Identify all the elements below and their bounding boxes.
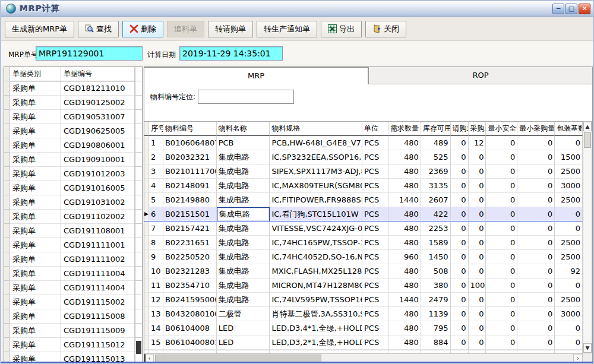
table-cell: VITESSE,VSC7424XJG-02,: [270, 221, 362, 236]
new-mrp-button[interactable]: 生成新的MRP单: [5, 21, 74, 37]
doc-type-cell: 采购单: [10, 252, 61, 267]
doc-number-column-header[interactable]: 单据编号: [61, 67, 135, 81]
list-item[interactable]: 采购单CGD190806001: [4, 138, 142, 153]
maximize-button[interactable]: ▢: [565, 4, 577, 14]
list-item[interactable]: 采购单CGD191115002: [4, 295, 142, 309]
vertical-scroll-thumb[interactable]: [584, 132, 591, 148]
table-cell: 0: [555, 278, 583, 293]
doc-type-cell: 采购单: [10, 295, 61, 309]
table-row[interactable]: 8B02231651集成电路IC,74HC165PW,TSSOP-16PCS48…: [144, 236, 583, 250]
row-indicator-cell: [144, 193, 149, 207]
tab-mrp[interactable]: MRP: [144, 67, 368, 84]
window-title: MRP计算: [20, 4, 60, 14]
column-header-11[interactable]: 最小采购量: [517, 122, 555, 136]
column-header-8[interactable]: 请购未采购量: [451, 122, 469, 136]
calc-date-field[interactable]: [179, 46, 283, 61]
vertical-scrollbar[interactable]: ▲ ▼: [583, 121, 592, 353]
document-list-scroll-thumb[interactable]: [136, 341, 141, 354]
list-item[interactable]: 采购单CGD190625005: [4, 124, 142, 138]
list-item[interactable]: 采购单CGD191111004: [4, 267, 142, 281]
table-row[interactable]: 15B0610400801LEDLED,D3,2*1,全绿,+HOLD,DPCS…: [144, 335, 583, 350]
list-item[interactable]: 采购单CGD191102002: [4, 210, 142, 224]
table-row[interactable]: 13B0432080100二极管肖特基二极管,3A,SS310,SMPCS480…: [144, 307, 583, 321]
table-row[interactable]: 12B0241595000集成电路IC,74LV595PW,TSSOP16/7P…: [144, 293, 583, 307]
row-indicator-cell: [4, 281, 10, 295]
table-cell: 2369: [421, 164, 451, 179]
table-row[interactable]: 7B02157421集成电路VITESSE,VSC7424XJG-02,PCS4…: [144, 221, 583, 236]
to-purchase-request-button[interactable]: 转请购单: [208, 21, 253, 37]
list-item[interactable]: 采购单CGD191031002: [4, 195, 142, 210]
column-header-9[interactable]: 采购未入库量: [469, 122, 486, 136]
table-row[interactable]: 1B0106064807PCBPCB,HW-648I_G4E8_V7_2PCS4…: [144, 136, 583, 150]
table-cell: 525: [421, 150, 451, 164]
table-cell: 480: [388, 164, 421, 179]
list-item[interactable]: 采购单CGD191114004: [4, 281, 142, 295]
exit-door-icon: [372, 24, 381, 33]
to-purchase-request-label: 转请购单: [215, 24, 246, 34]
row-indicator-cell: [4, 338, 10, 352]
table-row[interactable]: 2B02032321集成电路IC,SP3232EEA,SSOP16,3.0PCS…: [144, 150, 583, 164]
column-header-1[interactable]: 序号: [149, 122, 163, 136]
find-label: 查找: [96, 24, 112, 34]
table-cell: 0: [469, 179, 486, 193]
list-item[interactable]: 采购单CGD190531007: [4, 110, 142, 124]
list-item[interactable]: 采购单CGD191111001: [4, 238, 142, 252]
table-row[interactable]: 10B02321283集成电路MXIC,FLASH,MX25L12835FPCS…: [144, 264, 583, 278]
table-cell: 0: [486, 207, 517, 221]
column-header-6[interactable]: 需求数量: [388, 122, 421, 136]
table-cell: 0: [469, 236, 486, 250]
list-item[interactable]: 采购单CGD191016005: [4, 181, 142, 195]
close-button[interactable]: ✕: [579, 4, 590, 14]
list-item[interactable]: 采购单CGD181211010: [4, 81, 142, 96]
minimize-button[interactable]: ─: [552, 4, 564, 14]
table-cell: PCS: [362, 150, 388, 164]
table-row[interactable]: 3B0210111700集成电路SIPEX,SPX1117M3-ADJ,80PC…: [144, 164, 583, 179]
title-bar[interactable]: MRP计算 ─ ▢ ✕: [1, 1, 593, 17]
material-locator-input[interactable]: [198, 90, 294, 104]
column-header-4[interactable]: 物料规格: [270, 122, 362, 136]
table-cell: PCS: [362, 221, 388, 236]
table-cell: 960: [388, 250, 421, 264]
row-indicator-cell: [4, 267, 10, 281]
table-row[interactable]: 11B02354710集成电路MICRON,MT47H128M8CF-PCS48…: [144, 278, 583, 293]
delete-button[interactable]: 删除: [122, 21, 163, 37]
close-window-button[interactable]: 关闭: [365, 21, 406, 37]
table-row[interactable]: 14B06104008LEDLED,D3,4*1,全绿,+HOLD,DPCS48…: [144, 321, 583, 335]
list-item[interactable]: 采购单CGD190125002: [4, 96, 142, 110]
doc-type-column-header[interactable]: 单据类别: [10, 67, 61, 81]
list-item[interactable]: 采购单CGD191108001: [4, 224, 142, 238]
table-cell: 480: [388, 221, 421, 236]
table-row-selected[interactable]: ▶6B02151501集成电路IC,看门狗,STC15L101WPCS48042…: [144, 207, 583, 221]
find-button[interactable]: 查找: [78, 21, 119, 37]
column-header-12[interactable]: 包装基数: [555, 122, 583, 136]
column-header-3[interactable]: 物料名称: [217, 122, 270, 136]
table-row[interactable]: 9B02250520集成电路IC,74HC4052D,SO-16,NXPPCS9…: [144, 250, 583, 264]
doc-type-cell: 采购单: [10, 281, 61, 295]
list-item[interactable]: 采购单CGD191115012: [4, 338, 142, 352]
list-item[interactable]: 采购单CGD191111002: [4, 252, 142, 267]
column-header-7[interactable]: 库存可用量: [421, 122, 451, 136]
list-item[interactable]: 采购单CGD191115009: [4, 324, 142, 338]
scroll-up-arrow-icon[interactable]: ▲: [583, 122, 592, 131]
scroll-down-arrow-icon[interactable]: ▼: [583, 343, 592, 353]
document-list-scrollbar[interactable]: [135, 67, 142, 362]
table-cell: 0: [517, 264, 555, 278]
column-header-5[interactable]: 单位: [362, 122, 388, 136]
column-header-2[interactable]: 物料编号: [163, 122, 217, 136]
table-cell: 480: [388, 150, 421, 164]
tab-rop[interactable]: ROP: [368, 67, 593, 84]
list-item[interactable]: 采购单CGD191115008: [4, 309, 142, 324]
list-item[interactable]: 采购单CGD190910001: [4, 153, 142, 167]
to-production-notice-button[interactable]: 转生产通知单: [257, 21, 317, 37]
column-header-10[interactable]: 最小安全量: [486, 122, 517, 136]
table-row[interactable]: 4B02148091集成电路IC,MAX809TEUR(SGM809-PCS48…: [144, 179, 583, 193]
table-cell: 0: [469, 264, 486, 278]
row-indicator-cell: [4, 324, 10, 338]
row-indicator-cell: [4, 210, 10, 224]
row-indicator-cell: [4, 124, 10, 138]
mrp-no-field[interactable]: [36, 46, 143, 61]
doc-number-cell: CGD190125002: [61, 96, 135, 110]
table-row[interactable]: 5B02149880集成电路IC,FITIPOWER,FR9888SPCPCS1…: [144, 193, 583, 207]
export-button[interactable]: 导出: [321, 21, 362, 37]
list-item[interactable]: 采购单CGD191012003: [4, 167, 142, 181]
